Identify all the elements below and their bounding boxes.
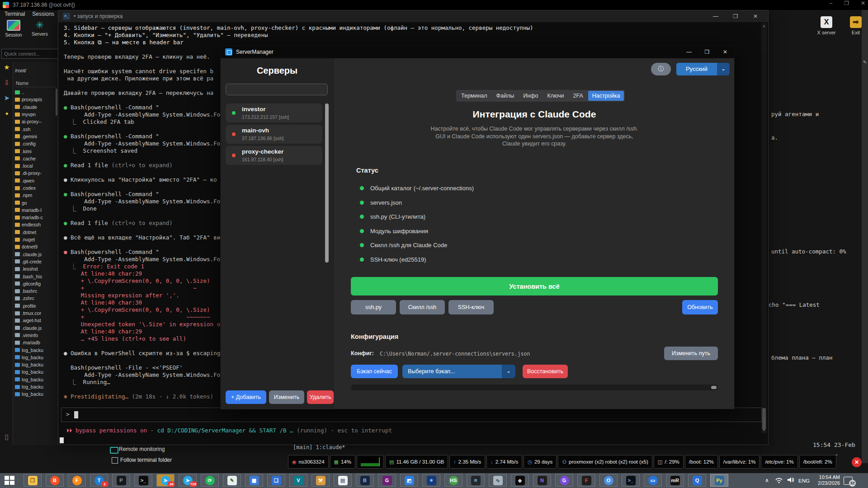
- exit-icon[interactable]: ➡: [850, 16, 862, 28]
- tree-item[interactable]: mariadb-c: [15, 214, 57, 221]
- server-list-item[interactable]: proxy-checker161.97.118.40 [ssh]: [226, 146, 322, 165]
- close-stats-icon[interactable]: ✕: [852, 457, 862, 467]
- tree-item[interactable]: .profile: [15, 302, 57, 310]
- taskbar-item-telegram-2[interactable]: ➤715: [179, 474, 197, 487]
- taskbar-item-python[interactable]: Py: [710, 474, 728, 487]
- taskbar-item-powershell[interactable]: >_: [622, 474, 640, 487]
- server-list-item[interactable]: main-ovh37.187.136.86 [ssh]: [226, 125, 322, 144]
- tree-item[interactable]: .tmux.cor: [15, 310, 57, 317]
- remote-monitoring-label[interactable]: Remote monitoring: [119, 446, 165, 452]
- tree-item[interactable]: .claude.js: [15, 251, 57, 258]
- restore-button[interactable]: Восстановить: [523, 365, 568, 378]
- start-button[interactable]: [5, 476, 15, 485]
- toolbar-session-button[interactable]: Session: [1, 20, 26, 38]
- tree-item[interactable]: .claude: [15, 103, 57, 111]
- tree-item[interactable]: ai-proxy--: [15, 118, 57, 125]
- maximize-icon[interactable]: ❒: [726, 10, 745, 22]
- tree-item[interactable]: .dotnet: [15, 229, 57, 236]
- server-list-scrollbar[interactable]: [325, 103, 329, 263]
- install-3-button[interactable]: SSH-ключ: [448, 300, 494, 314]
- taskbar-item-telegram-1[interactable]: ➤.26: [156, 474, 175, 487]
- taskbar-item-spider[interactable]: ✶: [422, 474, 440, 487]
- tree-item[interactable]: .ssh: [15, 125, 57, 132]
- language-select[interactable]: Русский ⌄: [676, 63, 730, 75]
- close-icon[interactable]: ✕: [861, 0, 865, 6]
- taskbar-item-n-dev[interactable]: N: [533, 474, 551, 487]
- tree-item[interactable]: .zshrc: [15, 295, 57, 302]
- change-path-button[interactable]: Изменить путь: [664, 347, 718, 360]
- tree-item[interactable]: .kimi: [15, 147, 57, 155]
- download-icon[interactable]: ⇩: [2, 79, 11, 87]
- tree-item[interactable]: .claude.js: [15, 324, 57, 332]
- taskbar-item-quickutmo[interactable]: Q: [688, 474, 706, 487]
- current-path[interactable]: /root/: [15, 68, 26, 73]
- tree-column-name[interactable]: Name: [16, 80, 56, 87]
- tab-Настройка[interactable]: Настройка: [588, 91, 624, 101]
- tree-item[interactable]: log_backu: [15, 376, 57, 383]
- info-button[interactable]: ⓘ: [651, 63, 671, 75]
- tree-item[interactable]: .mariadb: [15, 339, 57, 346]
- server-list-item[interactable]: investor173.212.212.157 [ssh]: [226, 103, 322, 122]
- taskbar-item-tools[interactable]: ⚒: [311, 474, 330, 487]
- minimize-icon[interactable]: —: [680, 46, 698, 58]
- tree-item[interactable]: .lesshst: [15, 265, 57, 272]
- tree-item[interactable]: log_backu: [15, 346, 57, 353]
- taskbar-item-cube[interactable]: ◆: [511, 474, 529, 487]
- tab-Ключи[interactable]: Ключи: [543, 91, 568, 101]
- taskbar-item-notes[interactable]: ▤: [334, 474, 352, 487]
- server-search-input[interactable]: [226, 84, 328, 95]
- taskbar-item-notepad-plus[interactable]: ✎: [223, 474, 241, 487]
- taskbar-item-explorer[interactable]: ❒: [24, 474, 42, 487]
- volume-icon[interactable]: [787, 476, 795, 483]
- tree-item[interactable]: .bashrc: [15, 287, 57, 295]
- tree-item[interactable]: log_backu: [15, 383, 57, 390]
- minimize-icon[interactable]: —: [706, 10, 726, 22]
- taskbar-item-opera[interactable]: O: [599, 474, 618, 487]
- taskbar-item-bird-app[interactable]: B: [356, 474, 374, 487]
- tree-item[interactable]: proxyapis: [15, 96, 57, 103]
- language-indicator[interactable]: ENG: [798, 478, 810, 483]
- terminal-prompt-box[interactable]: >: [61, 408, 762, 422]
- tree-scrollbar[interactable]: [56, 89, 57, 116]
- tree-item[interactable]: log_backu: [15, 390, 57, 398]
- scroll-up-icon[interactable]: ▲: [761, 24, 767, 28]
- minimize-icon[interactable]: –: [829, 0, 832, 6]
- tree-item[interactable]: .gemini: [15, 133, 57, 140]
- send-icon[interactable]: ➤: [2, 94, 11, 102]
- follow-terminal-folder-checkbox[interactable]: [112, 457, 118, 464]
- follow-terminal-folder-label[interactable]: Follow terminal folder: [120, 457, 172, 463]
- tree-item[interactable]: .git-crede: [15, 258, 57, 265]
- taskbar-item-vb-app[interactable]: V: [289, 474, 307, 487]
- taskbar-item-calculator[interactable]: ▦: [245, 474, 263, 487]
- tree-item[interactable]: mariadb-l: [15, 206, 57, 214]
- taskbar-item-firefox[interactable]: F: [68, 474, 86, 487]
- add-server-button[interactable]: + Добавить: [226, 390, 266, 404]
- install-1-button[interactable]: ssh.py: [351, 300, 396, 314]
- tab-2FA[interactable]: 2FA: [569, 91, 587, 101]
- tree-item[interactable]: dotnet9: [15, 243, 57, 250]
- taskbar-item-gallery[interactable]: ◩: [400, 474, 418, 487]
- taskbar-item-gdoc[interactable]: G: [378, 474, 396, 487]
- taskbar-item-mremoteng[interactable]: mR: [666, 474, 684, 487]
- tree-item[interactable]: ..: [15, 89, 57, 96]
- toolbar-servers-button[interactable]: ✳ Servers: [27, 20, 52, 37]
- menu-terminal[interactable]: Terminal: [5, 11, 25, 17]
- tree-item[interactable]: .npm: [15, 192, 57, 199]
- menu-sessions[interactable]: Sessions: [32, 11, 54, 17]
- tab-Файлы[interactable]: Файлы: [492, 91, 519, 101]
- right-sidebar-strip[interactable]: ✎: [862, 10, 868, 463]
- taskbar-item-monitor-app[interactable]: ▭: [644, 474, 662, 487]
- tab-Терминал[interactable]: Терминал: [457, 91, 491, 101]
- bookmark-star-icon[interactable]: ★: [2, 63, 11, 71]
- edit-server-button[interactable]: Изменить: [269, 390, 304, 404]
- terminal-scrollbar[interactable]: ▲ ▼: [761, 23, 767, 433]
- close-icon[interactable]: ✕: [745, 10, 765, 22]
- tree-item[interactable]: .local: [15, 162, 57, 169]
- tree-item[interactable]: .bash_his: [15, 272, 57, 280]
- backup-now-button[interactable]: Бэкап сейчас: [351, 365, 398, 378]
- tree-item[interactable]: .cache: [15, 155, 57, 162]
- scrollbar-thumb[interactable]: [762, 408, 766, 430]
- install-2-button[interactable]: Скилл /ssh: [400, 300, 445, 314]
- delete-server-button[interactable]: Удалить: [307, 390, 334, 404]
- backup-select[interactable]: Выберите бэкап... ⌄: [402, 365, 515, 378]
